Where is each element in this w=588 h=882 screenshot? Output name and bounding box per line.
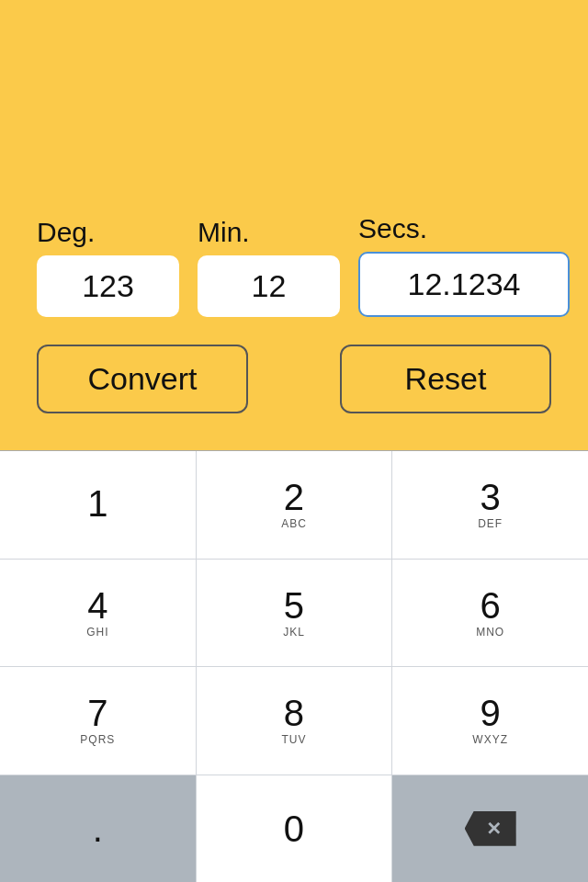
key-6[interactable]: 6 MNO [392, 560, 588, 667]
key-delete[interactable]: ✕ [392, 775, 588, 883]
deg-input[interactable] [37, 255, 179, 317]
inputs-row: Deg. Min. Secs. [37, 213, 551, 317]
key-1[interactable]: 1 [0, 451, 196, 559]
key-9[interactable]: 9 WXYZ [392, 667, 588, 775]
key-0[interactable]: 0 [197, 775, 392, 883]
min-group: Min. [198, 217, 340, 317]
secs-label: Secs. [358, 213, 570, 244]
buttons-row: Convert Reset [37, 345, 551, 413]
deg-label: Deg. [37, 217, 179, 248]
key-2[interactable]: 2 ABC [197, 451, 392, 559]
key-3[interactable]: 3 DEF [392, 451, 588, 559]
key-dot[interactable]: . [0, 775, 196, 883]
keyboard: 1 2 ABC 3 DEF 4 GHI 5 JKL 6 MNO 7 PQRS 8… [0, 450, 588, 882]
secs-group: Secs. [358, 213, 570, 317]
min-label: Min. [198, 217, 340, 248]
convert-button[interactable]: Convert [37, 345, 248, 413]
min-input[interactable] [198, 255, 340, 317]
key-8[interactable]: 8 TUV [197, 667, 392, 775]
delete-icon: ✕ [465, 811, 516, 846]
reset-button[interactable]: Reset [340, 345, 551, 413]
top-panel: Deg. Min. Secs. Convert Reset [0, 0, 588, 450]
key-4[interactable]: 4 GHI [0, 560, 196, 667]
key-5[interactable]: 5 JKL [197, 560, 392, 667]
secs-input[interactable] [358, 252, 570, 317]
deg-group: Deg. [37, 217, 179, 317]
key-7[interactable]: 7 PQRS [0, 667, 196, 775]
